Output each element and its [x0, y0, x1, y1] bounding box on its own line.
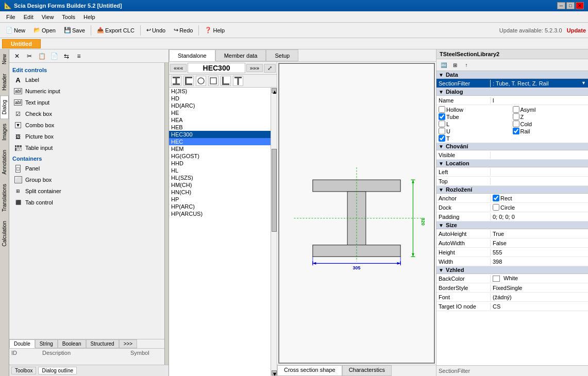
cb-z[interactable]: Z [513, 113, 586, 120]
section-item-hec[interactable]: HEC [169, 138, 271, 145]
scrollbar-down[interactable]: ▼ [272, 370, 277, 375]
toolbox-item-tabcontrol[interactable]: ⬛ Tab control [11, 197, 166, 208]
toolbox-item-tableinput[interactable]: Table input [11, 142, 166, 153]
menu-view[interactable]: View [38, 13, 58, 21]
checkbox-z[interactable] [513, 113, 519, 120]
section-next-btn[interactable]: »»» [246, 64, 263, 72]
toolbox-item-splitcontainer[interactable]: ⊞ Split container [11, 185, 166, 197]
drawing-tab-characteristics[interactable]: Characterstics [342, 365, 392, 376]
toolbox-item-numeric-input[interactable]: abl Numeric input [11, 86, 166, 97]
maximize-button[interactable]: □ [566, 2, 575, 9]
data-tab-string[interactable]: String [35, 339, 58, 348]
prop-section-vzhled[interactable]: ▼ Vzhled [436, 266, 588, 274]
checkbox-circle[interactable] [493, 204, 499, 211]
data-tab-more[interactable]: >>> [119, 339, 138, 348]
copy-icon-btn[interactable]: 📋 [36, 50, 47, 62]
menu-help[interactable]: Help [79, 13, 99, 21]
section-item-hparcus[interactable]: HP(ARCUS) [169, 210, 271, 217]
prop-section-dialog[interactable]: ▼ Dialog [436, 88, 588, 96]
data-tab-structured[interactable]: Structured [86, 339, 119, 348]
tab-standalone[interactable]: Standalone [169, 49, 215, 61]
tab-member-data[interactable]: Member data [215, 49, 266, 61]
section-item-hnch[interactable]: HN(CH) [169, 189, 271, 196]
section-item-he[interactable]: HE [169, 109, 271, 116]
channel-icon[interactable] [183, 76, 194, 86]
ibeam-icon[interactable] [171, 76, 181, 86]
drawing-tab-shape[interactable]: Cross section shape [277, 365, 342, 376]
bottom-tab-toolbox[interactable]: Toolbox [11, 367, 36, 374]
checkbox-t[interactable] [439, 135, 445, 142]
section-item-hlszs[interactable]: HL(SZS) [169, 174, 271, 181]
section-item-hparc[interactable]: HP(ARC) [169, 203, 271, 210]
scrollbar-up[interactable]: ▲ [272, 88, 277, 93]
bottom-tab-dialog-outline[interactable]: Dialog outline [38, 367, 77, 374]
checkbox-l[interactable] [439, 121, 445, 127]
toolbox-item-panel[interactable]: □ Panel [11, 163, 166, 174]
sidebar-tab-new[interactable]: New [0, 49, 9, 69]
prop-section-data[interactable]: ▼ Data [436, 71, 588, 79]
toolbox-item-groupbox[interactable]: ⬜ Group box [11, 174, 166, 185]
toolbox-item-checkbox[interactable]: ☑ Check box [11, 108, 166, 119]
sidebar-tab-translations[interactable]: Translations [0, 179, 9, 216]
export-clc-button[interactable]: 📤 Export CLC [93, 24, 138, 37]
save-button[interactable]: 💾 Save [60, 24, 89, 37]
align-icon-btn[interactable]: ≡ [73, 50, 85, 62]
cb-l[interactable]: L [439, 121, 512, 127]
sidebar-tab-header[interactable]: Header [0, 69, 9, 95]
section-expand-btn[interactable]: ⤢ [264, 64, 276, 73]
tab-setup[interactable]: Setup [266, 49, 298, 61]
close-button[interactable]: ✕ [576, 2, 584, 9]
section-item-hl[interactable]: HL [169, 167, 271, 174]
section-item-heb[interactable]: HEB [169, 124, 271, 131]
section-item-hggost[interactable]: HG(GOST) [169, 152, 271, 160]
section-item-hd[interactable]: HD [169, 95, 271, 102]
menu-tools[interactable]: Tools [58, 13, 79, 21]
sort-category-icon-btn[interactable]: ⊞ [450, 60, 460, 70]
section-item-hjis[interactable]: H(JIS) [169, 88, 271, 95]
toolbox-item-label[interactable]: A Label [11, 74, 166, 86]
redo-button[interactable]: ↪ Redo [170, 24, 196, 37]
checkbox-cold[interactable] [513, 121, 519, 127]
name-input[interactable] [493, 97, 586, 104]
sidebar-tab-calculation[interactable]: Calculation [0, 216, 9, 251]
sidebar-tab-annotation[interactable]: Annotation [0, 145, 9, 179]
active-document-tab[interactable]: Untitled [2, 39, 41, 48]
checkbox-rect[interactable] [493, 195, 499, 201]
checkbox-u[interactable] [439, 128, 445, 134]
sectionfilter-dropdown-icon[interactable]: ▼ [581, 80, 586, 86]
cb-rail[interactable]: Rail [513, 128, 586, 134]
checkbox-tube[interactable] [439, 113, 445, 120]
sort-alpha-icon-btn[interactable]: 🔤 [439, 60, 449, 70]
paste-icon-btn[interactable]: 📄 [48, 50, 60, 62]
checkbox-hollow[interactable] [439, 106, 445, 113]
toolbox-item-picturebox[interactable]: 🖼 Picture box [11, 131, 166, 142]
delete-icon-btn[interactable]: ✕ [11, 50, 23, 62]
open-button[interactable]: 📂 Open [30, 24, 59, 37]
cb-cold[interactable]: Cold [513, 121, 586, 127]
toolbox-item-combobox[interactable]: ▼ Combo box [11, 119, 166, 131]
cb-circle[interactable]: Circle [493, 204, 586, 211]
cb-asyml[interactable]: Asyml [513, 106, 586, 113]
help-button[interactable]: ❓ Help [201, 24, 228, 37]
section-item-hec300[interactable]: HEC300 [169, 131, 271, 138]
minimize-button[interactable]: ─ [557, 2, 565, 9]
sidebar-tab-dialog[interactable]: Dialog [0, 95, 9, 119]
section-list-scrollbar[interactable]: ▲ ▼ [271, 88, 277, 376]
section-prev-btn[interactable]: ««« [170, 64, 187, 72]
prop-section-rozlozeni[interactable]: ▼ Rozložení [436, 186, 588, 194]
undo-button[interactable]: ↩ Undo [143, 24, 169, 37]
checkbox-rail[interactable] [513, 128, 519, 134]
data-tab-boolean[interactable]: Boolean [58, 339, 86, 348]
prop-section-chovani[interactable]: ▼ Chování [436, 143, 588, 150]
cb-rect[interactable]: Rect [493, 195, 512, 201]
update-link[interactable]: Update [567, 27, 586, 33]
section-item-hmch[interactable]: HM(CH) [169, 181, 271, 189]
new-button[interactable]: 📄 New [2, 24, 29, 37]
cb-t[interactable]: T [439, 135, 512, 142]
prop-section-size[interactable]: ▼ Size [436, 221, 588, 229]
sidebar-tab-images[interactable]: Images [0, 119, 9, 145]
rect-icon[interactable] [208, 76, 219, 86]
cb-tube[interactable]: Tube [439, 113, 512, 120]
toolbox-item-text-input[interactable]: abl Text input [11, 97, 166, 108]
data-tab-double[interactable]: Double [9, 339, 35, 348]
